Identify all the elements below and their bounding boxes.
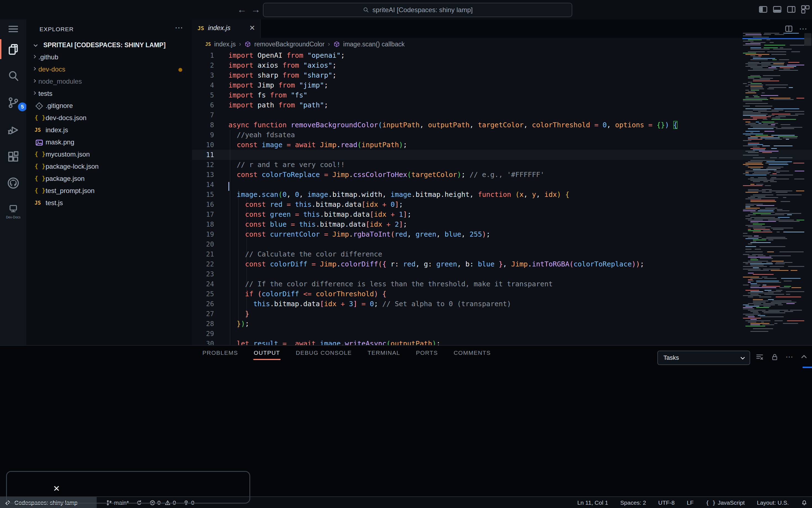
code-line-12[interactable]: 12 // r and t are very cool!! xyxy=(192,160,812,170)
sidebar-item-extensions[interactable] xyxy=(7,150,19,163)
cursor-position[interactable]: Ln 11, Col 1 xyxy=(577,500,608,506)
back-arrow-icon[interactable]: ← xyxy=(236,4,247,15)
code-line-21[interactable]: 21 // Calculate the color difference xyxy=(192,249,812,259)
line-number[interactable]: 13 xyxy=(192,170,214,180)
code-line-18[interactable]: 18 const blue = this.bitmap.data[idx + 2… xyxy=(192,219,812,229)
line-number[interactable]: 24 xyxy=(192,279,214,289)
line-number[interactable]: 16 xyxy=(192,200,214,210)
file-row--gitignore[interactable]: .gitignore xyxy=(26,100,192,112)
code-line-2[interactable]: 2import axios from "axios"; xyxy=(192,60,812,71)
code-line-14[interactable]: 14 xyxy=(192,180,812,190)
file-row-tests[interactable]: tests xyxy=(26,88,192,100)
sync-status[interactable] xyxy=(136,500,142,506)
code-line-6[interactable]: 6import path from "path"; xyxy=(192,100,812,110)
file-row-mask-png[interactable]: mask.png xyxy=(26,136,192,149)
code-line-19[interactable]: 19 const currentColor = Jimp.rgbaToInt(r… xyxy=(192,229,812,239)
code-line-20[interactable]: 20 xyxy=(192,239,812,249)
customize-layout-icon[interactable] xyxy=(800,4,810,14)
code-line-3[interactable]: 3import sharp from "sharp"; xyxy=(192,71,812,80)
code-line-17[interactable]: 17 const green = this.bitmap.data[idx + … xyxy=(192,210,812,219)
code-line-29[interactable]: 29 xyxy=(192,329,812,339)
file-row-dev-docs[interactable]: dev-docs xyxy=(26,64,192,76)
toggle-panel-icon[interactable] xyxy=(772,4,782,14)
line-number[interactable]: 18 xyxy=(192,219,214,229)
line-number[interactable]: 11 xyxy=(192,150,214,160)
code-line-1[interactable]: 1import OpenAI from "openai"; xyxy=(192,50,812,60)
tab-index-js[interactable]: JS index.js ✕ xyxy=(192,19,261,38)
line-number[interactable]: 10 xyxy=(192,140,214,150)
file-row-index-js[interactable]: JSindex.js xyxy=(26,124,192,136)
file-row-node-modules[interactable]: node_modules xyxy=(26,76,192,88)
line-number[interactable]: 21 xyxy=(192,249,214,259)
code-line-25[interactable]: 25 if (colorDiff <= colorThreshold) { xyxy=(192,289,812,299)
code-line-16[interactable]: 16 const red = this.bitmap.data[idx + 0]… xyxy=(192,200,812,210)
line-number[interactable]: 22 xyxy=(192,259,214,269)
breadcrumb-symbol[interactable]: removeBackgroundColor xyxy=(254,41,325,48)
panel-tab-output[interactable]: OUTPUT xyxy=(254,349,280,360)
line-number[interactable]: 20 xyxy=(192,239,214,249)
views-and-more-actions-icon[interactable]: ⋯ xyxy=(175,23,184,32)
code-line-27[interactable]: 27 } xyxy=(192,309,812,319)
code-line-10[interactable]: 10 const image = await Jimp.read(inputPa… xyxy=(192,140,812,150)
panel-more-actions-icon[interactable]: ⋯ xyxy=(785,352,794,362)
breadcrumb-callback[interactable]: image.scan() callback xyxy=(343,41,405,48)
line-number[interactable]: 2 xyxy=(192,60,214,71)
panel-tab-ports[interactable]: PORTS xyxy=(416,349,438,360)
line-number[interactable]: 1 xyxy=(192,50,214,60)
panel-tab-terminal[interactable]: TERMINAL xyxy=(368,349,400,360)
maximize-panel-icon[interactable] xyxy=(800,353,808,361)
code-line-7[interactable]: 7 xyxy=(192,110,812,120)
code-line-26[interactable]: 26 this.bitmap.data[idx + 3] = 0; // Set… xyxy=(192,299,812,309)
line-number[interactable]: 7 xyxy=(192,110,214,120)
line-number[interactable]: 17 xyxy=(192,210,214,219)
tab-close-icon[interactable]: ✕ xyxy=(249,24,255,32)
code-line-4[interactable]: 4import Jimp from "jimp"; xyxy=(192,80,812,90)
line-number[interactable]: 29 xyxy=(192,329,214,339)
keyboard-layout[interactable]: Layout: U.S. xyxy=(757,500,789,506)
sidebar-item-explorer[interactable] xyxy=(7,43,19,56)
code-line-5[interactable]: 5import fs from "fs" xyxy=(192,90,812,100)
file-row-dev-docs-json[interactable]: { }dev-docs.json xyxy=(26,112,192,124)
line-number[interactable]: 14 xyxy=(192,180,214,190)
line-number[interactable]: 26 xyxy=(192,299,214,309)
eol[interactable]: LF xyxy=(687,500,694,506)
breadcrumb-file[interactable]: index.js xyxy=(214,41,236,48)
panel-tab-comments[interactable]: COMMENTS xyxy=(453,349,491,360)
file-row-package-lock-json[interactable]: { }package-lock.json xyxy=(26,161,192,173)
file-row-test-prompt-json[interactable]: { }test_prompt.json xyxy=(26,185,192,197)
line-number[interactable]: 6 xyxy=(192,100,214,110)
clear-output-icon[interactable] xyxy=(756,353,764,361)
forward-arrow-icon[interactable]: → xyxy=(250,4,261,15)
line-number[interactable]: 8 xyxy=(192,120,214,130)
code-line-23[interactable]: 23 xyxy=(192,269,812,279)
panel-tab-problems[interactable]: PROBLEMS xyxy=(202,349,238,360)
code-line-13[interactable]: 13 const colorToReplace = Jimp.cssColorT… xyxy=(192,170,812,180)
remote-indicator[interactable]: Codespaces: shiny lamp xyxy=(0,497,97,508)
command-center-search[interactable]: spriteAI [Codespaces: shiny lamp] xyxy=(263,3,572,17)
line-number[interactable]: 25 xyxy=(192,289,214,299)
line-number[interactable]: 9 xyxy=(192,130,214,140)
code-line-15[interactable]: 15 image.scan(0, 0, image.bitmap.width, … xyxy=(192,190,812,200)
code-line-28[interactable]: 28 }); xyxy=(192,319,812,329)
minimap[interactable] xyxy=(742,32,804,333)
line-number[interactable]: 27 xyxy=(192,309,214,319)
line-number[interactable]: 12 xyxy=(192,160,214,170)
lock-icon[interactable] xyxy=(771,353,779,361)
line-number[interactable]: 4 xyxy=(192,80,214,90)
code-line-11[interactable]: 11 xyxy=(192,150,812,160)
line-number[interactable]: 19 xyxy=(192,229,214,239)
code-line-9[interactable]: 9 //yeah fdsatea xyxy=(192,130,812,140)
code-line-30[interactable]: 30 let result = await image.writeAsync(o… xyxy=(192,339,812,345)
ports-status[interactable]: 0 xyxy=(183,500,195,506)
sidebar-item-run-debug[interactable] xyxy=(7,124,19,136)
panel-tab-debug-console[interactable]: DEBUG CONSOLE xyxy=(296,349,352,360)
line-number[interactable]: 3 xyxy=(192,71,214,80)
line-number[interactable]: 30 xyxy=(192,339,214,345)
problems-status[interactable]: 0 0 xyxy=(150,500,176,506)
indentation[interactable]: Spaces: 2 xyxy=(620,500,646,506)
project-root-row[interactable]: SPRITEAI [CODESPACES: SHINY LAMP] xyxy=(26,39,192,51)
code-editor[interactable]: 1import OpenAI from "openai";2import axi… xyxy=(192,50,812,345)
language-mode[interactable]: { } JavaScript xyxy=(706,500,744,506)
sidebar-item-search[interactable] xyxy=(7,70,19,82)
menu-button[interactable] xyxy=(7,23,19,35)
